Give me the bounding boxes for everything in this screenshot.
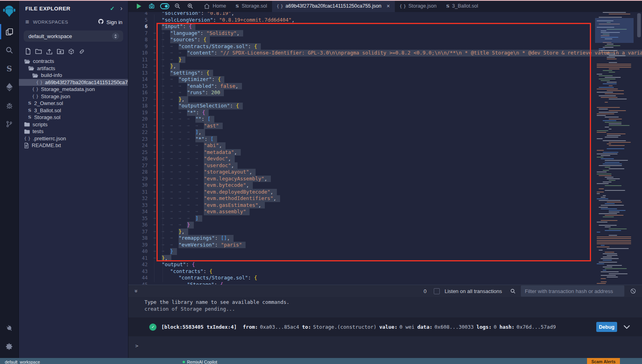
code-line[interactable]: 40→→} [128,248,642,255]
code-line[interactable]: 30→→→→→→"evm.bytecode", [128,182,642,189]
workspace-stepper-icon[interactable] [112,32,119,40]
code-line[interactable]: 4"solcVersion": "0.8.19", [128,12,642,17]
chevron-right-icon[interactable]: › [120,5,122,12]
cube-icon[interactable] [68,48,74,55]
tree-item-artifacts[interactable]: artifacts [19,65,128,72]
code-line[interactable]: 35→→→→→] [128,215,642,222]
code-line[interactable]: 6"input": { [128,23,642,30]
code-line[interactable]: 32→→→→→→"evm.methodIdentifiers", [128,195,642,202]
upload-file-icon[interactable] [46,48,53,55]
tree-item-storage-metadata-json[interactable]: { }Storage_metadata.json [19,86,128,93]
code-line[interactable]: 41→}, [128,255,642,262]
code-line[interactable]: 26→→→→→→"devdoc", [128,156,642,162]
code-line[interactable]: 28→→→→→→"storageLayout", [128,169,642,176]
code-line[interactable]: 5"solcLongVersion": "0.8.19+commit.7dd6d… [128,17,642,24]
code-line[interactable]: 37→→→}, [128,229,642,235]
code-line[interactable]: 8→→"sources": { [128,36,642,43]
tab-storage-json[interactable]: { }Storage.json [395,0,441,12]
code-line[interactable]: 45"Storage": { [128,281,642,285]
link-icon[interactable] [79,48,85,55]
search-icon[interactable] [510,288,516,294]
tree-item-2-owner-sol[interactable]: S2_Owner.sol [19,100,128,107]
terminal-collapse-icon[interactable]: » [133,289,140,293]
toggle-icon[interactable] [160,1,169,11]
code-line[interactable]: 22→→→→→], [128,129,642,136]
file-explorer-icon[interactable] [0,25,19,38]
code-line[interactable]: 15→→→→"enabled": false, [128,83,642,90]
zoom-out-icon[interactable] [173,1,182,11]
zoom-in-icon[interactable] [185,1,195,11]
tree-item-3-ballot-sol[interactable]: S3_Ballot.sol [19,107,128,114]
search-icon[interactable] [0,43,19,57]
code-line[interactable]: 29→→→→→→"evm.legacyAssembly", [128,176,642,182]
statusbar-ai-copilot[interactable]: RemixAI Copilot [183,358,217,364]
debug-button[interactable]: Debug [596,322,617,332]
hamburger-menu-icon[interactable]: ≡ [25,18,29,26]
listen-checkbox[interactable] [434,288,440,294]
close-icon[interactable]: × [386,3,390,9]
code-line[interactable]: 17→→→}, [128,96,642,103]
workspace-select[interactable]: default_workspace [24,30,123,42]
code-line[interactable]: 11→→→} [128,57,642,63]
tab-3-ballot-sol[interactable]: S3_Ballot.sol [441,0,483,12]
tree-item-storage-sol[interactable]: SStorage.sol [19,114,128,121]
tab-home[interactable]: Home [199,0,231,12]
tab-storage-sol[interactable]: SStorage.sol [231,0,272,12]
code-line[interactable]: 21→→→→→→"ast" [128,123,642,129]
tree-item-storage-json[interactable]: { }Storage.json [19,93,128,100]
code-editor[interactable]: 4"solcVersion": "0.8.19",5"solcLongVersi… [128,12,642,285]
terminal-prompt[interactable]: > [135,343,642,349]
scam-alerts-badge[interactable]: Scam Alerts [587,358,620,364]
code-line[interactable]: 44"contracts/Storage.sol": { [128,275,642,281]
code-line[interactable]: 16→→→→"runs": 200 [128,89,642,96]
code-line[interactable]: 20→→→→→"": [ [128,116,642,123]
code-line[interactable]: 27→→→→→→"userdoc", [128,162,642,169]
code-line[interactable]: 25→→→→→→"metadata", [128,149,642,156]
code-line[interactable]: 42"output": { [128,261,642,268]
minimap-slider[interactable] [595,18,634,43]
code-line[interactable]: 14→→→"optimizer": { [128,76,642,83]
code-line[interactable]: 13→→"settings": { [128,70,642,77]
ai-assistant-icon[interactable] [147,1,156,11]
tab-a69b43f277ba20fcac141151250ca755-json[interactable]: { }a69b43f277ba20fcac141151250ca755.json… [272,0,395,12]
code-line[interactable]: 18→→→"outputSelection": { [128,103,642,109]
plugin-manager-icon[interactable] [0,321,19,335]
git-icon[interactable] [0,117,19,131]
tree-item-a69b43f277ba20fcac141151250ca7-[interactable]: { }a69b43f277ba20fcac141151250ca7... [19,79,128,86]
run-icon[interactable] [134,1,144,11]
code-line[interactable]: 10→→→→"content": "// SPDX-License-Identi… [128,50,642,57]
code-line[interactable]: 43"contracts": { [128,268,642,275]
upload-folder-icon[interactable] [57,48,64,55]
tree-item-contracts[interactable]: contracts [19,58,128,65]
transaction-log[interactable]: ✓ [block:5583405 txIndex:4]from:0xa03...… [128,317,642,336]
code-line[interactable]: 38→→→"remappings": [], [128,235,642,242]
code-line[interactable]: 9→→→"contracts/Storage.sol": { [128,43,642,50]
transaction-filter-input[interactable] [521,285,624,297]
editor-scrollbar[interactable] [637,13,641,37]
code-line[interactable]: 31→→→→→→"evm.deployedBytecode", [128,189,642,196]
new-file-icon[interactable] [25,48,31,55]
code-line[interactable]: 24→→→→→→"abi", [128,142,642,149]
tree-item-build-info[interactable]: build-info [19,72,128,79]
deploy-run-icon[interactable] [0,80,19,94]
new-folder-icon[interactable] [35,48,42,55]
code-line[interactable]: 36→→→→} [128,222,642,229]
code-line[interactable]: 33→→→→→→"evm.gasEstimates", [128,202,642,209]
code-line[interactable]: 23→→→→→"*": [ [128,136,642,143]
tree-item-readme-txt[interactable]: README.txt [19,142,128,149]
statusbar-workspace[interactable]: default_workspace [5,358,40,364]
tree-item-tests[interactable]: tests [19,128,128,135]
code-line[interactable]: 34→→→→→→"evm.assembly" [128,208,642,215]
code-line[interactable]: 7→→"language": "Solidity", [128,30,642,37]
remix-logo-icon[interactable] [0,3,19,19]
sign-in-button[interactable]: Sign in [98,18,122,26]
solidity-compiler-icon[interactable]: S [0,62,19,75]
debugger-icon[interactable] [0,99,19,112]
code-line[interactable]: 19→→→→"*": { [128,109,642,116]
settings-icon[interactable] [0,340,19,353]
expand-chevron-icon[interactable] [624,325,630,329]
tree-item-scripts[interactable]: scripts [19,121,128,128]
code-line[interactable]: 39→→→"evmVersion": "paris" [128,242,642,249]
code-line[interactable]: 12→→}, [128,63,642,70]
tree-item--prettierrc-json[interactable]: { }.prettierrc.json [19,135,128,142]
